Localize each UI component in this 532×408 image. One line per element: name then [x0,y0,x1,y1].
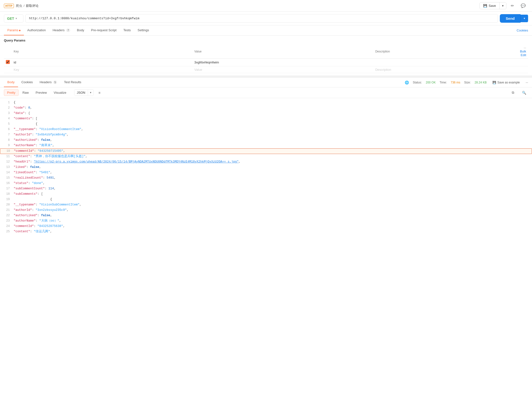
json-viewer: 1{2"code": 0,3"data": {4"comments": [5 {… [0,98,532,394]
json-line: 3"data": { [0,111,532,116]
line-number: 1 [2,100,10,105]
wrap-icon-button[interactable]: ≡ [97,90,102,96]
param-key-cell[interactable]: id [12,59,192,66]
save-example-icon: 💾 [493,81,496,84]
tab-headers[interactable]: Headers 7 [49,25,74,35]
json-line: 23"authorName": "大病（oo）", [0,218,532,224]
section-divider [0,76,532,78]
line-number: 12 [2,159,10,164]
line-content: "authorId": "3x6b4zbfpcm8n4g", [14,132,530,137]
empty-value-cell[interactable]: Value [192,66,373,73]
format-tab-raw[interactable]: Raw [20,90,32,96]
line-number: 18 [2,192,10,197]
status-label: Status: [413,81,422,84]
save-example-button[interactable]: 💾 Save as example [491,80,522,85]
line-content: { [14,122,530,127]
json-line: 14"likedCount": "5491", [0,170,532,175]
param-row: id 3xgfrbvhkqmfwim [4,59,528,66]
line-content: "subComments": [ [14,192,530,197]
json-line: 17"subCommentCount": 114, [0,186,532,192]
query-params-section: Query Params Key Value Description ··· B… [0,36,532,73]
save-button-group[interactable]: 💾 Save ▾ [480,2,506,9]
format-tab-pretty[interactable]: Pretty [4,89,19,96]
size-label: Size: [464,81,471,84]
format-tab-visualize[interactable]: Visualize [51,90,69,96]
url-input[interactable] [25,14,498,23]
line-content: "comments": [ [14,116,530,121]
breadcrumb-current: 获取评论 [26,4,39,8]
line-content: "__typename": "VisionRootCommentItem", [14,127,530,132]
json-line: 22"authorLiked": false, [0,213,532,218]
edit-button[interactable]: ✏ [508,2,516,10]
param-value-cell[interactable]: 3xgfrbvhkqmfwim [192,59,373,66]
line-content: "realLikedCount": 5491, [14,175,530,181]
method-select[interactable]: GET ▾ [4,14,23,23]
json-line: 1{ [0,100,532,105]
breadcrumb: 爬虫 / 获取评论 [16,4,39,8]
response-section: Body Cookies Headers 5 Test Results 🌐 St… [0,78,532,394]
http-badge: HTTP [4,4,14,8]
format-type-select[interactable]: JSON ▾ [74,89,94,96]
format-type-arrow[interactable]: ▾ [88,90,93,95]
tab-settings[interactable]: Settings [134,25,152,35]
status-value: 200 OK [426,81,436,84]
format-tab-preview[interactable]: Preview [33,90,50,96]
line-content: "code": 0, [14,105,530,111]
param-row-checkbox[interactable] [6,60,10,64]
save-button[interactable]: 💾 Save [480,2,499,9]
line-content: "likedCount": "5491", [14,170,530,175]
response-more-icon[interactable]: ··· [526,81,528,84]
json-line: 6"__typename": "VisionRootCommentItem", [0,127,532,132]
empty-key-cell[interactable]: Key [12,66,192,73]
json-line: 15"realLikedCount": 5491, [0,175,532,181]
method-label: GET [7,17,14,20]
line-content: "authorName": "大病（oo）", [14,218,530,224]
copy-icon-button[interactable]: ⧉ [510,89,516,96]
json-line: 2"code": 0, [0,105,532,111]
send-button[interactable]: Send [500,14,521,23]
line-content: "content": "佳运几两", [14,229,530,234]
line-content: "data": { [14,111,530,116]
empty-desc-cell[interactable]: Description [373,66,518,73]
time-value: 736 ms [451,81,460,84]
line-content: "authorLiked": false, [14,138,530,143]
tab-tests[interactable]: Tests [120,25,134,35]
breadcrumb-area: HTTP 爬虫 / 获取评论 [4,4,480,8]
line-number: 9 [2,143,10,148]
json-line: 12"headUrl": "https://p2-pro.a.yximgs.co… [0,159,532,165]
json-line: 10"commentId": "843250715495", [0,148,532,154]
response-tab-cookies[interactable]: Cookies [18,78,36,87]
response-tab-test-results[interactable]: Test Results [60,78,85,87]
toolbar-right: ⧉ 🔍 [508,89,528,96]
comment-button[interactable]: 💬 [518,2,528,10]
line-number: 14 [2,170,10,175]
tab-params[interactable]: Params [4,25,24,35]
response-tabs: Body Cookies Headers 5 Test Results 🌐 St… [0,78,532,87]
line-number: 6 [2,127,10,132]
more-options-icon[interactable]: ··· [524,46,526,50]
send-dropdown-button[interactable]: ▾ [521,15,528,22]
line-number: 25 [2,229,10,234]
json-line: 11"content": "男神，你不脱校服也是兵啊[头盔]", [0,154,532,159]
url-bar: GET ▾ Send ▾ [0,12,532,25]
param-desc-cell[interactable] [373,59,518,66]
bulk-edit-link[interactable]: Bulk Edit [520,50,526,57]
save-label: Save [489,4,496,8]
col-header-description: Description [373,45,518,59]
tab-pre-request-script[interactable]: Pre-request Script [88,25,120,35]
line-number: 7 [2,132,10,137]
response-tab-headers[interactable]: Headers 5 [36,78,61,87]
response-tab-body[interactable]: Body [4,78,18,87]
save-dropdown-button[interactable]: ▾ [499,2,506,9]
tab-authorization[interactable]: Authorization [24,25,49,35]
search-icon-button[interactable]: 🔍 [520,90,528,96]
line-content: "headUrl": "https://p2-pro.a.yximgs.com/… [14,159,530,164]
line-number: 13 [2,165,10,170]
json-line: 19 { [0,197,532,202]
line-number: 3 [2,111,10,116]
line-number: 11 [2,154,10,159]
save-icon: 💾 [483,4,487,8]
tab-body[interactable]: Body [74,25,88,35]
json-line: 18"subComments": [ [0,192,532,197]
cookies-link[interactable]: Cookies [517,29,528,32]
